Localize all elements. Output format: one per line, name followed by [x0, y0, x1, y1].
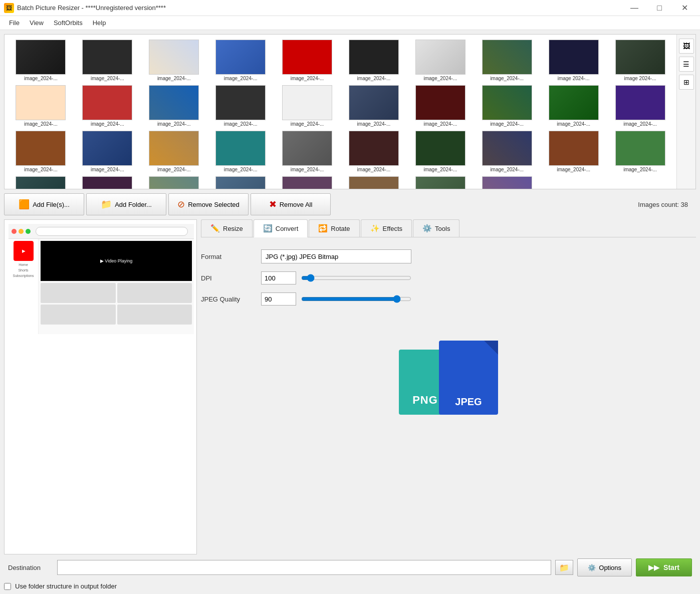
gallery-item[interactable]: image_2024-... [408, 130, 473, 173]
remove-selected-button[interactable]: ⊘ Remove Selected [168, 193, 249, 215]
jpeg-quality-slider[interactable] [301, 295, 411, 303]
dpi-slider[interactable] [301, 274, 411, 282]
menu-softorbits[interactable]: SoftOrbits [49, 17, 88, 29]
add-folder-button[interactable]: 📁 Add Folder... [86, 193, 166, 215]
gallery-item[interactable]: image_2024-... [341, 39, 406, 82]
bottom-bar: Destination 📁 ⚙️ Options ▶▶ Start [4, 554, 696, 580]
gallery-item[interactable]: image_2024-... [9, 130, 73, 173]
list-view-button[interactable]: ☰ [679, 57, 694, 72]
add-folder-label: Add Folder... [115, 201, 152, 208]
gallery-item-label: image_2024-... [24, 121, 58, 127]
gallery-item[interactable]: image_2024-... [408, 175, 473, 189]
gallery-item[interactable]: image_2024-... [541, 130, 606, 173]
gallery-item-label: image 2024-... [558, 76, 590, 81]
tab-resize[interactable]: ✏️ Resize [201, 219, 253, 237]
gallery-item[interactable]: image_2024-... [541, 84, 606, 128]
gallery-item[interactable]: image_2024-... [408, 39, 473, 82]
gallery-item[interactable]: image_2024-... [475, 39, 539, 82]
format-label: Format [201, 253, 261, 260]
remove-all-label: Remove All [280, 201, 313, 208]
gallery-item[interactable]: image_2024-... [208, 84, 273, 128]
gallery-item[interactable]: image_2024-... [608, 130, 672, 173]
format-select[interactable]: JPG (*.jpg) JPEG Bitmap PNG (*.png) Port… [261, 249, 411, 263]
destination-label: Destination [8, 564, 53, 571]
convert-form: Format JPG (*.jpg) JPEG Bitmap PNG (*.pn… [201, 243, 696, 320]
gallery-item[interactable]: image_2024-... [275, 130, 340, 173]
gallery-item[interactable]: image_2024-... [275, 84, 340, 128]
gallery-item[interactable]: image 2024-... [541, 39, 606, 82]
gallery-item[interactable]: image_2024-... [341, 175, 406, 189]
gallery-item-label: image_2024-... [490, 76, 524, 81]
jpeg-quality-input[interactable] [265, 295, 295, 303]
gallery-item[interactable]: image_2024-... [142, 130, 206, 173]
remove-all-button[interactable]: ✖ Remove All [251, 193, 331, 215]
gallery-item[interactable]: image_2024-... [475, 175, 539, 189]
add-files-icon: 🟧 [19, 199, 30, 210]
gallery-item[interactable]: image_2024-... [142, 84, 206, 128]
jpeg-quality-row: JPEG Quality [201, 292, 696, 306]
tab-convert[interactable]: 🔄 Convert [254, 219, 308, 237]
gallery-item-label: image_2024-... [623, 167, 657, 172]
menu-file[interactable]: File [4, 17, 25, 29]
format-control: JPG (*.jpg) JPEG Bitmap PNG (*.png) Port… [261, 249, 696, 263]
gallery-item[interactable]: image_2024-... [75, 175, 140, 189]
gallery-item[interactable]: image_2024-... [341, 84, 406, 128]
grid-view-button[interactable]: ⊞ [679, 75, 694, 90]
menu-view[interactable]: View [25, 17, 49, 29]
gallery-scroll[interactable]: image_2024-...image_2024-...image_2024-.… [5, 35, 676, 189]
gallery-item[interactable]: image_2024-... [208, 39, 273, 82]
gallery-item[interactable]: image_2024-... [142, 175, 206, 189]
gallery-item[interactable]: image_2024-... [75, 39, 140, 82]
effects-tab-icon: ✨ [370, 224, 380, 233]
gallery-item[interactable]: image_2024-... [9, 84, 73, 128]
use-folder-structure-checkbox[interactable] [4, 583, 11, 590]
dpi-input[interactable] [265, 274, 295, 282]
gallery-item[interactable]: image_2024-... [9, 175, 73, 189]
tab-rotate-label: Rotate [331, 225, 350, 232]
remove-all-icon: ✖ [269, 199, 277, 210]
gallery-item[interactable]: image_2024-... [75, 84, 140, 128]
start-button[interactable]: ▶▶ Start [636, 558, 692, 576]
toolbar: 🟧 Add File(s)... 📁 Add Folder... ⊘ Remov… [4, 193, 696, 215]
menu-help[interactable]: Help [88, 17, 111, 29]
gallery-item-label: image_2024-... [91, 121, 124, 127]
gallery-item[interactable]: image_2024-... [475, 130, 539, 173]
maximize-button[interactable]: □ [648, 0, 671, 16]
tab-tools[interactable]: ⚙️ Tools [413, 219, 459, 237]
gallery-item-label: image_2024-... [423, 121, 457, 127]
dpi-control [261, 271, 696, 284]
jpeg-quality-slider-container [261, 292, 696, 306]
gallery-item[interactable]: image_2024-... [608, 84, 672, 128]
gallery-item[interactable]: image_2024-... [341, 130, 406, 173]
gallery-item[interactable]: image_2024-... [408, 84, 473, 128]
minimize-button[interactable]: — [623, 0, 646, 16]
thumbnail-view-button[interactable]: 🖼 [679, 39, 694, 54]
options-button[interactable]: ⚙️ Options [577, 558, 632, 576]
gallery-item[interactable]: image_2024-... [275, 175, 340, 189]
gallery-item[interactable]: image_2024-... [208, 130, 273, 173]
preview-panel: ▶ Home Shorts Subscriptions ▶ Video Play… [4, 219, 197, 554]
gallery-item[interactable]: image_2024-... [275, 39, 340, 82]
gallery-item[interactable]: image_2024-... [142, 39, 206, 82]
destination-input[interactable] [57, 560, 551, 575]
jpeg-quality-label: JPEG Quality [201, 295, 261, 303]
resize-tab-icon: ✏️ [210, 224, 220, 233]
gallery-item-label: image_2024-... [157, 76, 191, 81]
browse-folder-button[interactable]: 📁 [555, 560, 573, 575]
gallery-item[interactable]: image_2024-... [9, 39, 73, 82]
convert-tab-icon: 🔄 [263, 224, 273, 233]
gallery-item-label: image_2024-... [291, 121, 324, 127]
gallery-item[interactable]: image_2024-... [475, 84, 539, 128]
gallery-item[interactable]: image_2024-... [75, 130, 140, 173]
gallery-area: image_2024-...image_2024-...image_2024-.… [4, 34, 696, 189]
close-button[interactable]: ✕ [673, 0, 696, 16]
gallery-item-label: image_2024-... [224, 167, 258, 172]
gallery-item[interactable]: image_2024-... [208, 175, 273, 189]
add-files-button[interactable]: 🟧 Add File(s)... [4, 193, 84, 215]
tab-rotate[interactable]: 🔁 Rotate [309, 219, 359, 237]
app-icon: 🖼 [4, 3, 14, 13]
dpi-row: DPI [201, 271, 696, 284]
tab-effects[interactable]: ✨ Effects [361, 219, 412, 237]
gallery-item[interactable]: image 2024-... [608, 39, 672, 82]
options-icon: ⚙️ [588, 564, 596, 571]
